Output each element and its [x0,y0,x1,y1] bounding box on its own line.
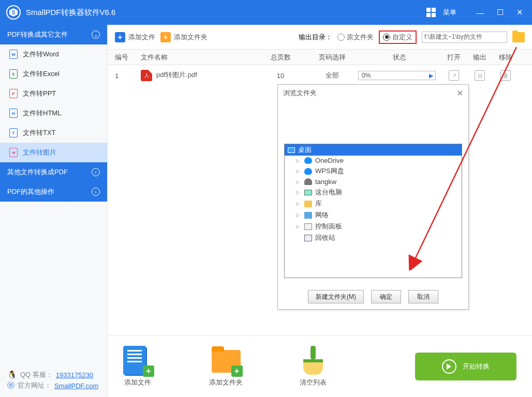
globe-icon: ⓔ [7,381,14,390]
cell-sel[interactable]: 全部 [306,71,358,80]
expand-icon[interactable]: ▷ [296,179,301,185]
tree-item[interactable]: 回收站 [285,232,462,243]
sidebar-item-html[interactable]: H文件转HTML [0,103,107,123]
radio-label: 自定义 [392,33,412,42]
big-add-file[interactable]: + 添加文件 [123,346,152,387]
net-icon [304,212,312,219]
toolbar: +添加文件 +添加文件夹 输出目录： 原文件夹 自定义 [108,25,532,50]
add-folder-label: 添加文件夹 [174,33,208,42]
bin-icon [304,235,312,241]
tree-label: WPS网盘 [315,166,344,176]
plus-icon: + [115,32,125,42]
tree-item[interactable]: ▷网络 [285,209,462,221]
tree-item[interactable]: ▷WPS网盘 [285,165,462,177]
new-folder-button[interactable]: 新建文件夹(M) [308,290,364,303]
sidebar-item-label: 文件转HTML [23,109,61,118]
sidebar-item-txt[interactable]: T文件转TXT [0,123,107,143]
expand-icon[interactable]: ▷ [296,201,301,206]
sidebar-item-excel[interactable]: X文件转Excel [0,64,107,84]
tree-item[interactable]: ▷这台电脑 [285,187,462,198]
cell-open: ↗ [441,70,467,81]
start-label: 开始转换 [463,362,490,371]
brush-icon [300,346,326,375]
folder-tree[interactable]: 桌面 ▷OneDrive▷WPS网盘▷tangkw▷这台电脑▷库▷网络▷控制面板… [284,144,462,278]
big-add-folder[interactable]: + 添加文件夹 [209,346,243,387]
menu-grid-icon[interactable] [426,8,436,17]
desktop-icon [288,147,295,153]
qq-link[interactable]: 1933175230 [56,371,93,379]
tree-label: 控制面板 [315,222,342,231]
menu-label[interactable]: 菜单 [443,8,456,17]
main-area: +添加文件 +添加文件夹 输出目录： 原文件夹 自定义 编号 文件名称 总页数 … [108,25,532,397]
cell-del: 🗑 [493,70,519,81]
sidebar-item-ppt[interactable]: P文件转PPT [0,84,107,103]
lib-icon [304,201,312,207]
sidebar-section-other-to-pdf[interactable]: 其他文件转换成PDF › [0,162,107,182]
tree-item[interactable]: ▷tangkw [285,177,462,187]
browse-folder-button[interactable] [512,32,525,42]
delete-icon[interactable]: 🗑 [500,70,511,81]
ppt-icon: P [9,89,18,98]
sidebar-item-image[interactable]: ★文件转图片 [0,143,107,162]
bottom-bar: + 添加文件 + 添加文件夹 清空列表 开始转换 [108,335,532,397]
add-folder-button[interactable]: +添加文件夹 [160,32,208,42]
expand-icon[interactable]: ▷ [296,224,301,229]
tree-label: 回收站 [315,233,335,242]
sidebar-section-pdf-to-other[interactable]: PDF转换成其它文件 ⌄ [0,25,107,44]
big-action-label: 添加文件夹 [209,378,243,387]
tree-root-desktop[interactable]: 桌面 [285,144,462,156]
sidebar-section-pdf-other[interactable]: PDF的其他操作 › [0,182,107,202]
radio-custom[interactable]: 自定义 [383,33,412,42]
progress-bar[interactable]: 0% [358,71,436,80]
maximize-button[interactable]: ☐ [494,9,506,16]
plus-badge-icon: + [231,365,243,377]
tree-item[interactable]: ▷OneDrive [285,156,462,165]
output-label: 输出目录： [299,33,332,42]
sidebar-header-label: 其他文件转换成PDF [7,167,68,177]
output-path-input[interactable] [422,32,507,43]
add-file-button[interactable]: +添加文件 [115,32,155,42]
tree-item[interactable]: ▷库 [285,198,462,209]
big-action-label: 添加文件 [124,378,151,387]
expand-icon[interactable]: ▷ [296,158,301,163]
tree-item[interactable]: ▷控制面板 [285,221,462,232]
big-action-label: 清空列表 [300,378,327,387]
pdf-icon: 人 [141,70,152,81]
panel-icon [304,223,312,230]
col-pages: 总页数 [255,53,306,62]
cell-num: 1 [115,72,141,80]
sidebar-item-label: 文件转图片 [23,148,56,157]
output-icon[interactable]: ⊟ [475,70,485,81]
minimize-button[interactable]: — [474,9,486,16]
app-title: SmallPDF转换器软件V6.6 [26,8,426,18]
sidebar-header-label: PDF转换成其它文件 [7,30,68,39]
big-clear-list[interactable]: 清空列表 [300,346,327,387]
open-icon[interactable]: ↗ [449,70,459,81]
tree-label: 桌面 [298,145,312,155]
sidebar-header-label: PDF的其他操作 [7,187,54,196]
ok-button[interactable]: 确定 [371,290,401,303]
expand-icon[interactable]: ▷ [296,169,301,174]
qq-label: QQ 客服： [20,370,53,379]
site-link[interactable]: SmallPDF.com [54,382,98,390]
site-label: 官方网址： [18,381,51,390]
close-button[interactable]: ✕ [513,9,526,16]
cloud-icon [304,157,312,164]
expand-icon[interactable]: ▷ [296,212,301,218]
radio-source-folder[interactable]: 原文件夹 [337,33,374,42]
col-name: 文件名称 [141,53,255,62]
tree-label: tangkw [315,178,336,186]
file-name: pdf转图片.pdf [156,71,197,79]
sidebar-item-label: 文件转PPT [23,89,56,98]
sidebar: PDF转换成其它文件 ⌄ W文件转Word X文件转Excel P文件转PPT … [0,25,108,397]
sidebar-item-word[interactable]: W文件转Word [0,44,107,64]
col-del: 移除 [493,53,519,62]
table-header: 编号 文件名称 总页数 页码选择 状态 打开 输出 移除 [108,50,532,65]
col-num: 编号 [115,53,141,62]
expand-icon[interactable]: ▷ [296,190,301,195]
table-row[interactable]: 1 人pdf转图片.pdf 10 全部 0% ↗ ⊟ 🗑 [108,65,532,86]
dialog-close-button[interactable]: ✕ [456,88,463,98]
cancel-button[interactable]: 取消 [408,290,438,303]
col-status: 状态 [358,53,441,62]
start-convert-button[interactable]: 开始转换 [415,353,516,380]
